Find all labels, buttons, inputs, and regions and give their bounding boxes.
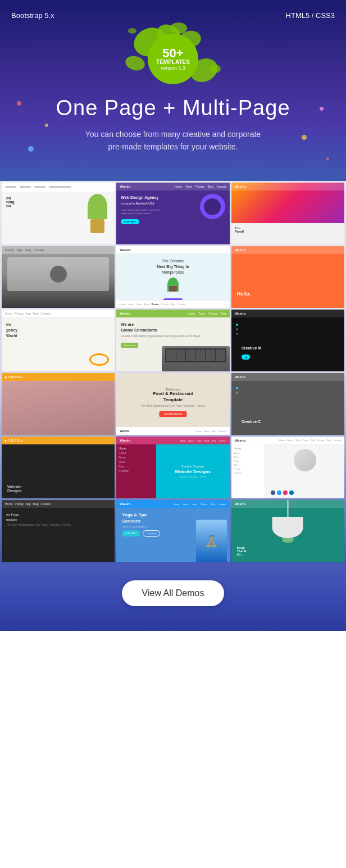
splash-badge: 50+ TEMPLATES version 1.3	[122, 25, 224, 93]
template-thumb-16[interactable]: Home Pricing App Blog Contact ne Pagempl…	[2, 500, 115, 562]
confetti-dot	[28, 146, 34, 152]
template-thumb-9[interactable]: Waxim. Creative M ◀	[231, 310, 344, 371]
template-thumb-11[interactable]: Delicious Food & RestaurantTemplate The …	[116, 373, 229, 435]
bootstrap-badge: Bootstrap 5.x	[11, 11, 54, 20]
template-grid: onningon Waxim. Home Team Pricing Blog C…	[0, 181, 346, 563]
template-thumb-17[interactable]: Waxim. Home Store Team Pricing Blog Cont…	[116, 500, 229, 562]
html-badge: HTML5 / CSS3	[286, 11, 335, 20]
confetti-dot	[320, 107, 324, 111]
template-thumb-10[interactable]: ▶ 0:31-0:32 ●	[2, 373, 115, 435]
template-thumb-6[interactable]: Waxim. Hello,	[231, 246, 344, 308]
hero-title: One Page + Multi-Page	[11, 96, 335, 121]
template-thumb-1[interactable]: onningon	[2, 183, 115, 244]
template-count: 50+	[162, 47, 183, 60]
template-thumb-2[interactable]: Waxim. Home Team Pricing Blog Contact We…	[116, 183, 229, 244]
template-thumb-5[interactable]: Wexim. The CreativeNext Big Thing InMult…	[116, 246, 229, 308]
template-thumb-18[interactable]: Waxim. ImagThe BOf ...	[231, 500, 344, 562]
confetti-dot	[17, 101, 21, 106]
view-all-demos-button[interactable]: View All Demos	[122, 580, 225, 606]
template-thumb-7[interactable]: Home Pricing App Blog Contact imgencyWor…	[2, 310, 115, 371]
template-thumb-14[interactable]: Waxim. Home About Team Work Blog Contact…	[116, 437, 229, 498]
template-thumb-4[interactable]: Pricing App Blog Contact	[2, 246, 115, 308]
hero-section: Bootstrap 5.x HTML5 / CSS3 50+ TEMPLATES…	[0, 0, 346, 181]
confetti-dot	[45, 124, 48, 127]
template-thumb-12[interactable]: Waxim. Creative C	[231, 373, 344, 435]
confetti-dot	[326, 157, 329, 160]
template-thumb-3[interactable]: Waxim. TheParall	[231, 183, 344, 244]
confetti-dot	[302, 135, 307, 140]
hero-top-bar: Bootstrap 5.x HTML5 / CSS3	[11, 11, 335, 20]
template-label: TEMPLATES	[156, 60, 190, 65]
template-thumb-8[interactable]: Waxim. Home Team Pricing Blog We areGlob…	[116, 310, 229, 371]
version-label: version 1.3	[161, 65, 185, 71]
template-thumb-15[interactable]: Waxim. Home About Work Team Blog Pricing…	[231, 437, 344, 498]
template-grid-section: onningon Waxim. Home Team Pricing Blog C…	[0, 181, 346, 563]
bottom-section: View All Demos	[0, 563, 346, 631]
badge-center: 50+ TEMPLATES version 1.3	[148, 34, 198, 84]
hero-subtitle: You can choose from many creative and co…	[83, 128, 263, 153]
template-thumb-13[interactable]: ▶ 0:31-0:32 ● WebsiteDesigns	[2, 437, 115, 498]
